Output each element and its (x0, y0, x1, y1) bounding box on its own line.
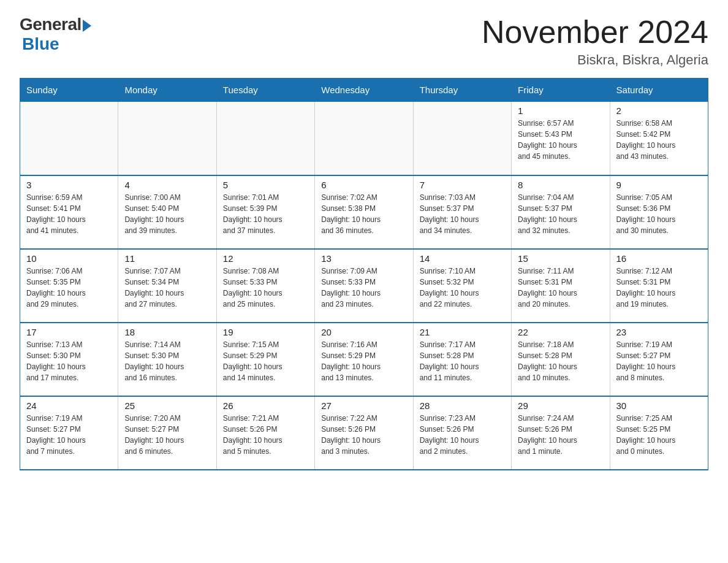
day-sun-info: Sunrise: 7:11 AM Sunset: 5:31 PM Dayligh… (518, 266, 603, 310)
calendar-cell: 2Sunrise: 6:58 AM Sunset: 5:42 PM Daylig… (610, 102, 708, 175)
week-row-1: 1Sunrise: 6:57 AM Sunset: 5:43 PM Daylig… (20, 102, 708, 175)
calendar-cell: 14Sunrise: 7:10 AM Sunset: 5:32 PM Dayli… (413, 249, 511, 323)
week-row-5: 24Sunrise: 7:19 AM Sunset: 5:27 PM Dayli… (20, 396, 708, 470)
day-sun-info: Sunrise: 7:06 AM Sunset: 5:35 PM Dayligh… (26, 266, 112, 310)
calendar-cell: 28Sunrise: 7:23 AM Sunset: 5:26 PM Dayli… (413, 396, 511, 470)
day-number: 8 (518, 180, 603, 190)
day-number: 28 (420, 400, 505, 411)
logo: General Blue (20, 15, 91, 54)
day-number: 17 (26, 327, 112, 337)
month-year-title: November 2024 (482, 15, 708, 50)
calendar-cell: 12Sunrise: 7:08 AM Sunset: 5:33 PM Dayli… (216, 249, 314, 323)
day-of-week-header-friday: Friday (512, 79, 610, 102)
day-sun-info: Sunrise: 7:10 AM Sunset: 5:32 PM Dayligh… (420, 266, 505, 310)
calendar-cell: 8Sunrise: 7:04 AM Sunset: 5:37 PM Daylig… (512, 175, 610, 249)
day-sun-info: Sunrise: 7:14 AM Sunset: 5:30 PM Dayligh… (124, 339, 210, 383)
day-number: 23 (616, 327, 702, 337)
day-of-week-header-wednesday: Wednesday (315, 79, 413, 102)
calendar-cell: 27Sunrise: 7:22 AM Sunset: 5:26 PM Dayli… (315, 396, 413, 470)
logo-general-text: General (20, 15, 82, 34)
calendar-cell: 19Sunrise: 7:15 AM Sunset: 5:29 PM Dayli… (216, 323, 314, 396)
calendar-cell: 23Sunrise: 7:19 AM Sunset: 5:27 PM Dayli… (610, 323, 708, 396)
calendar-cell: 6Sunrise: 7:02 AM Sunset: 5:38 PM Daylig… (315, 175, 413, 249)
day-of-week-header-thursday: Thursday (413, 79, 511, 102)
day-sun-info: Sunrise: 7:04 AM Sunset: 5:37 PM Dayligh… (518, 192, 603, 236)
calendar-cell: 26Sunrise: 7:21 AM Sunset: 5:26 PM Dayli… (216, 396, 314, 470)
day-of-week-header-monday: Monday (118, 79, 216, 102)
week-row-3: 10Sunrise: 7:06 AM Sunset: 5:35 PM Dayli… (20, 249, 708, 323)
calendar-cell: 21Sunrise: 7:17 AM Sunset: 5:28 PM Dayli… (413, 323, 511, 396)
day-sun-info: Sunrise: 7:23 AM Sunset: 5:26 PM Dayligh… (420, 413, 505, 457)
day-number: 1 (518, 105, 603, 116)
day-sun-info: Sunrise: 6:57 AM Sunset: 5:43 PM Dayligh… (518, 118, 603, 162)
day-sun-info: Sunrise: 7:19 AM Sunset: 5:27 PM Dayligh… (616, 339, 702, 383)
calendar-table: SundayMondayTuesdayWednesdayThursdayFrid… (20, 78, 708, 470)
calendar-cell: 20Sunrise: 7:16 AM Sunset: 5:29 PM Dayli… (315, 323, 413, 396)
calendar-cell: 22Sunrise: 7:18 AM Sunset: 5:28 PM Dayli… (512, 323, 610, 396)
calendar-cell: 17Sunrise: 7:13 AM Sunset: 5:30 PM Dayli… (20, 323, 118, 396)
day-number: 24 (26, 400, 112, 411)
day-number: 12 (223, 253, 308, 264)
day-number: 4 (124, 180, 210, 190)
day-number: 27 (321, 400, 406, 411)
calendar-cell: 16Sunrise: 7:12 AM Sunset: 5:31 PM Dayli… (610, 249, 708, 323)
day-number: 5 (223, 180, 308, 190)
day-sun-info: Sunrise: 7:19 AM Sunset: 5:27 PM Dayligh… (26, 413, 112, 457)
day-number: 10 (26, 253, 112, 264)
day-sun-info: Sunrise: 7:05 AM Sunset: 5:36 PM Dayligh… (616, 192, 702, 236)
day-sun-info: Sunrise: 7:21 AM Sunset: 5:26 PM Dayligh… (223, 413, 308, 457)
day-number: 30 (616, 400, 702, 411)
calendar-cell: 7Sunrise: 7:03 AM Sunset: 5:37 PM Daylig… (413, 175, 511, 249)
calendar-cell: 3Sunrise: 6:59 AM Sunset: 5:41 PM Daylig… (20, 175, 118, 249)
day-number: 9 (616, 180, 702, 190)
logo-arrow-icon (83, 20, 91, 32)
day-sun-info: Sunrise: 7:07 AM Sunset: 5:34 PM Dayligh… (124, 266, 210, 310)
calendar-cell: 10Sunrise: 7:06 AM Sunset: 5:35 PM Dayli… (20, 249, 118, 323)
calendar-cell: 24Sunrise: 7:19 AM Sunset: 5:27 PM Dayli… (20, 396, 118, 470)
day-sun-info: Sunrise: 7:12 AM Sunset: 5:31 PM Dayligh… (616, 266, 702, 310)
day-of-week-header-saturday: Saturday (610, 79, 708, 102)
day-sun-info: Sunrise: 7:01 AM Sunset: 5:39 PM Dayligh… (223, 192, 308, 236)
day-of-week-header-tuesday: Tuesday (216, 79, 314, 102)
calendar-cell: 18Sunrise: 7:14 AM Sunset: 5:30 PM Dayli… (118, 323, 216, 396)
day-number: 19 (223, 327, 308, 337)
calendar-cell (216, 102, 314, 175)
day-number: 20 (321, 327, 406, 337)
title-section: November 2024 Biskra, Biskra, Algeria (482, 15, 708, 68)
day-sun-info: Sunrise: 7:03 AM Sunset: 5:37 PM Dayligh… (420, 192, 505, 236)
calendar-cell: 4Sunrise: 7:00 AM Sunset: 5:40 PM Daylig… (118, 175, 216, 249)
day-number: 14 (420, 253, 505, 264)
calendar-cell (118, 102, 216, 175)
day-sun-info: Sunrise: 7:22 AM Sunset: 5:26 PM Dayligh… (321, 413, 406, 457)
day-sun-info: Sunrise: 7:16 AM Sunset: 5:29 PM Dayligh… (321, 339, 406, 383)
day-of-week-header-sunday: Sunday (20, 79, 118, 102)
day-sun-info: Sunrise: 7:00 AM Sunset: 5:40 PM Dayligh… (124, 192, 210, 236)
calendar-cell: 9Sunrise: 7:05 AM Sunset: 5:36 PM Daylig… (610, 175, 708, 249)
day-number: 13 (321, 253, 406, 264)
calendar-header-row: SundayMondayTuesdayWednesdayThursdayFrid… (20, 79, 708, 102)
week-row-2: 3Sunrise: 6:59 AM Sunset: 5:41 PM Daylig… (20, 175, 708, 249)
day-sun-info: Sunrise: 7:13 AM Sunset: 5:30 PM Dayligh… (26, 339, 112, 383)
day-number: 26 (223, 400, 308, 411)
calendar-cell: 5Sunrise: 7:01 AM Sunset: 5:39 PM Daylig… (216, 175, 314, 249)
day-number: 16 (616, 253, 702, 264)
day-sun-info: Sunrise: 7:08 AM Sunset: 5:33 PM Dayligh… (223, 266, 308, 310)
day-number: 21 (420, 327, 505, 337)
day-number: 22 (518, 327, 603, 337)
day-sun-info: Sunrise: 7:15 AM Sunset: 5:29 PM Dayligh… (223, 339, 308, 383)
day-sun-info: Sunrise: 7:18 AM Sunset: 5:28 PM Dayligh… (518, 339, 603, 383)
day-number: 15 (518, 253, 603, 264)
week-row-4: 17Sunrise: 7:13 AM Sunset: 5:30 PM Dayli… (20, 323, 708, 396)
day-number: 18 (124, 327, 210, 337)
calendar-cell: 1Sunrise: 6:57 AM Sunset: 5:43 PM Daylig… (512, 102, 610, 175)
location-subtitle: Biskra, Biskra, Algeria (482, 52, 708, 68)
day-sun-info: Sunrise: 7:20 AM Sunset: 5:27 PM Dayligh… (124, 413, 210, 457)
calendar-cell: 13Sunrise: 7:09 AM Sunset: 5:33 PM Dayli… (315, 249, 413, 323)
calendar-cell (20, 102, 118, 175)
calendar-cell: 25Sunrise: 7:20 AM Sunset: 5:27 PM Dayli… (118, 396, 216, 470)
calendar-cell: 15Sunrise: 7:11 AM Sunset: 5:31 PM Dayli… (512, 249, 610, 323)
day-sun-info: Sunrise: 7:02 AM Sunset: 5:38 PM Dayligh… (321, 192, 406, 236)
calendar-cell: 29Sunrise: 7:24 AM Sunset: 5:26 PM Dayli… (512, 396, 610, 470)
day-number: 25 (124, 400, 210, 411)
day-sun-info: Sunrise: 7:17 AM Sunset: 5:28 PM Dayligh… (420, 339, 505, 383)
